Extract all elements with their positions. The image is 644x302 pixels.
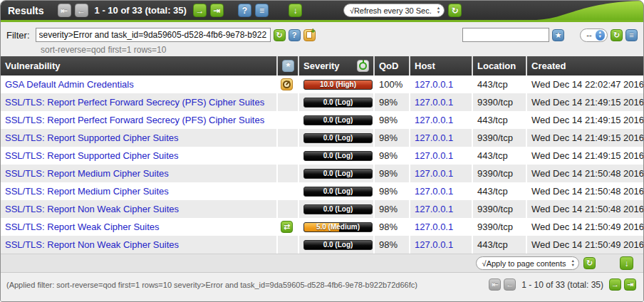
last-page-icon[interactable]: ⇥ xyxy=(624,278,636,291)
power-icon xyxy=(359,62,367,70)
vulnerability-link[interactable]: SSL/TLS: Report Non Weak Cipher Suites xyxy=(5,204,179,214)
location-value: 443/tcp xyxy=(472,182,526,200)
table-row: SSL/TLS: Report Medium Cipher Suites0.0 … xyxy=(1,182,643,200)
dynamic-severity-icon[interactable] xyxy=(357,60,369,72)
column-created[interactable]: Created xyxy=(526,56,643,76)
host-link[interactable]: 127.0.0.1 xyxy=(415,168,453,179)
overrides-applied-icon[interactable]: ⇄ xyxy=(281,221,293,233)
host-link[interactable]: 127.0.0.1 xyxy=(415,150,453,161)
column-vulnerability[interactable]: Vulnerability xyxy=(1,56,277,76)
list-icon[interactable]: ≡ xyxy=(255,4,269,17)
qod-value: 98% xyxy=(374,165,410,182)
edit-filters-icon[interactable]: ≡ xyxy=(625,29,638,41)
severity-bar: 0.0 (Log) xyxy=(303,98,373,108)
first-page-icon[interactable]: ⇤ xyxy=(58,4,71,17)
severity-label: 0.0 (Log) xyxy=(304,98,372,107)
host-link[interactable]: 127.0.0.1 xyxy=(415,186,453,197)
select-stepper-icon: ▲▼ xyxy=(596,30,605,41)
location-value: 9390/tcp xyxy=(472,93,526,111)
vulnerability-link[interactable]: SSL/TLS: Report Medium Cipher Suites xyxy=(5,168,169,179)
created-value: Wed Dec 14 21:50:49 2016 xyxy=(526,236,643,254)
host-link[interactable]: 127.0.0.1 xyxy=(415,115,453,125)
refresh-interval-value: √Refresh every 30 Sec. xyxy=(350,6,432,15)
host-link[interactable]: 127.0.0.1 xyxy=(415,239,453,250)
host-link[interactable]: 127.0.0.1 xyxy=(415,222,453,232)
vulnerability-link[interactable]: SSL/TLS: Report Weak Cipher Suites xyxy=(5,222,160,232)
location-value: 9390/tcp xyxy=(472,218,526,236)
vulnerability-link[interactable]: SSL/TLS: Report Perfect Forward Secrecy … xyxy=(5,115,264,125)
bottom-bar: (Applied filter: sort-reverse=qod first=… xyxy=(1,272,643,301)
severity-bar: 0.0 (Log) xyxy=(303,169,373,179)
next-page-icon[interactable]: → xyxy=(193,4,207,17)
host-link[interactable]: 127.0.0.1 xyxy=(415,204,453,214)
prev-page-icon[interactable]: ← xyxy=(504,278,516,291)
next-page-icon[interactable]: → xyxy=(609,278,621,291)
location-value: 9390/tcp xyxy=(472,129,526,147)
table-row: SSL/TLS: Report Non Weak Cipher Suites0.… xyxy=(1,236,643,254)
vulnerability-link[interactable]: SSL/TLS: Report Perfect Forward Secrecy … xyxy=(5,97,264,108)
vulnerability-link[interactable]: SSL/TLS: Report Supported Cipher Suites xyxy=(5,150,179,161)
star-icon[interactable]: ★ xyxy=(552,29,564,41)
host-link[interactable]: 127.0.0.1 xyxy=(415,97,453,108)
qod-value: 98% xyxy=(374,147,410,165)
vulnerability-link[interactable]: SSL/TLS: Report Supported Cipher Suites xyxy=(5,132,179,143)
created-value: Wed Dec 14 21:50:48 2016 xyxy=(526,182,643,200)
footer-download-icon[interactable]: ↓ xyxy=(620,256,633,270)
severity-bar: 0.0 (Log) xyxy=(303,187,373,197)
vulnerability-link[interactable]: SSL/TLS: Report Non Weak Cipher Suites xyxy=(5,239,179,250)
severity-bar: 5.0 (Medium) xyxy=(303,222,373,232)
column-host[interactable]: Host xyxy=(410,56,472,76)
plus-glyph: + xyxy=(311,27,315,35)
created-value: Wed Dec 14 21:50:48 2016 xyxy=(526,165,643,182)
created-value: Wed Dec 14 21:50:48 2016 xyxy=(526,200,643,218)
location-value: 9390/tcp xyxy=(472,200,526,218)
filter-name-input[interactable] xyxy=(462,28,549,42)
select-stepper-icon: ▲▼ xyxy=(570,259,576,268)
pagination-text: 1 - 10 of 33 (total: 35) xyxy=(521,280,603,290)
severity-label: 0.0 (Log) xyxy=(304,134,372,142)
table-row: SSL/TLS: Report Supported Cipher Suites0… xyxy=(1,129,643,147)
severity-bar: 10.0 (High) xyxy=(303,80,373,90)
apply-saved-filter-icon[interactable]: ↻ xyxy=(611,29,623,41)
prev-page-icon[interactable]: ← xyxy=(75,4,88,17)
severity-bar: 0.0 (Log) xyxy=(303,151,373,161)
column-solution-type[interactable]: * xyxy=(277,56,298,76)
last-page-icon[interactable]: ⇥ xyxy=(210,4,224,17)
vulnerability-link[interactable]: SSL/TLS: Report Medium Cipher Suites xyxy=(5,186,169,197)
host-link[interactable]: 127.0.0.1 xyxy=(415,79,453,90)
location-value: 9390/tcp xyxy=(472,165,526,182)
column-severity[interactable]: Severity xyxy=(298,56,374,76)
refresh-icon[interactable]: ↻ xyxy=(448,4,462,17)
apply-select[interactable]: √Apply to page contents ▲▼ xyxy=(476,256,579,270)
help-icon[interactable]: ? xyxy=(238,4,251,17)
qod-value: 98% xyxy=(374,129,410,147)
green-swoosh-decoration xyxy=(536,1,643,20)
results-page: Results ⇤ ← 1 - 10 of 33 (total: 35) → ⇥… xyxy=(0,0,644,302)
new-filter-icon[interactable]: + xyxy=(303,29,316,41)
override-icon[interactable] xyxy=(281,78,293,90)
table-row: SSL/TLS: Report Perfect Forward Secrecy … xyxy=(1,93,643,111)
column-qod[interactable]: QoD xyxy=(374,56,410,76)
update-filter-icon[interactable]: ↻ xyxy=(274,29,286,41)
first-page-icon[interactable]: ⇤ xyxy=(489,278,501,291)
table-row: GSA Default Admin Credentials10.0 (High)… xyxy=(1,76,643,93)
filter-label: Filter: xyxy=(6,30,30,41)
created-value: Wed Dec 14 21:49:15 2016 xyxy=(526,93,643,111)
filter-help-icon[interactable]: ? xyxy=(289,29,301,41)
download-icon[interactable]: ↓ xyxy=(289,4,302,17)
location-value: 443/tcp xyxy=(472,147,526,165)
vulnerability-link[interactable]: GSA Default Admin Credentials xyxy=(5,79,134,90)
severity-label: 0.0 (Log) xyxy=(304,187,372,196)
refresh-interval-select[interactable]: √Refresh every 30 Sec. ▲▼ xyxy=(343,4,445,17)
severity-label: 0.0 (Log) xyxy=(304,170,372,178)
results-header-bar: Results ⇤ ← 1 - 10 of 33 (total: 35) → ⇥… xyxy=(1,1,643,22)
saved-filter-select[interactable]: -- ▲▼ xyxy=(580,28,608,42)
column-location[interactable]: Location xyxy=(472,56,526,76)
created-value: Wed Dec 14 22:02:47 2016 xyxy=(526,76,643,93)
host-link[interactable]: 127.0.0.1 xyxy=(415,132,453,143)
override-ring-glyph xyxy=(283,80,291,88)
apply-refresh-icon[interactable]: ↻ xyxy=(583,257,596,269)
filter-input[interactable] xyxy=(36,28,271,42)
table-row: SSL/TLS: Report Perfect Forward Secrecy … xyxy=(1,111,643,129)
qod-value: 98% xyxy=(374,111,410,129)
